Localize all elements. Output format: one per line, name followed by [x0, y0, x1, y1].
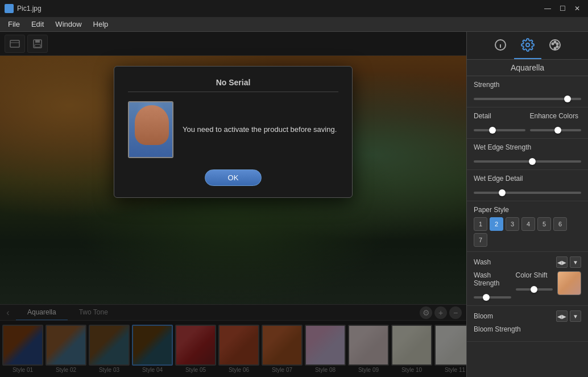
wash-row: Wash ◀▶ ▼: [474, 256, 581, 268]
modal-image-face: [135, 105, 169, 145]
color-swatch[interactable]: [557, 271, 581, 295]
detail-enhance-row: Detail Enhance Colors: [474, 112, 581, 134]
bloom-label: Bloom: [474, 312, 493, 320]
modal-ok-button[interactable]: OK: [205, 169, 262, 186]
wet-edge-detail-slider[interactable]: [474, 192, 581, 194]
panel-icons: [467, 32, 588, 60]
modal-image: [128, 101, 173, 158]
paper-btn-3[interactable]: 3: [506, 217, 519, 231]
color-shift-label: Color Shift: [516, 271, 553, 279]
app-icon: [5, 4, 14, 13]
detail-slider[interactable]: [474, 129, 525, 131]
wash-controls: ◀▶ ▼: [556, 256, 581, 268]
close-button[interactable]: ✕: [571, 3, 583, 14]
svg-point-12: [556, 43, 558, 45]
strength-section: Strength: [467, 76, 588, 107]
menu-file[interactable]: File: [2, 19, 26, 30]
enhance-col: Enhance Colors: [530, 112, 582, 134]
bloom-row: Bloom ◀▶ ▼: [474, 310, 581, 322]
wet-edge-strength-label: Wet Edge Strength: [474, 143, 581, 151]
panel-palette-btn[interactable]: [541, 32, 569, 59]
detail-label: Detail: [474, 112, 525, 120]
panel-info-btn[interactable]: [487, 32, 514, 59]
color-shift-slider[interactable]: [516, 288, 553, 291]
paper-btn-4[interactable]: 4: [521, 217, 535, 231]
detail-col: Detail: [474, 112, 525, 134]
wet-edge-strength-section: Wet Edge Strength: [467, 139, 588, 170]
main-area: ‹ Aquarella Two Tone ⚙ + − Style 01 Styl…: [0, 32, 588, 377]
wet-edge-strength-slider[interactable]: [474, 160, 581, 163]
panel-settings-btn[interactable]: [514, 32, 541, 59]
menu-edit[interactable]: Edit: [26, 19, 49, 30]
svg-point-13: [556, 46, 558, 48]
paper-btn-2[interactable]: 2: [490, 217, 503, 231]
svg-point-14: [554, 48, 556, 49]
info-icon: [494, 38, 507, 52]
strength-label: Strength: [474, 81, 581, 89]
wash-strength-col: Wash Strength: [474, 271, 511, 301]
modal-dialog: No Serial You need to activate the produ…: [114, 66, 353, 198]
wash-label: Wash: [474, 258, 491, 266]
wash-prev-btn[interactable]: ◀▶: [556, 256, 568, 268]
bloom-strength-label: Bloom Strength: [474, 325, 581, 333]
svg-point-10: [552, 43, 553, 45]
wash-sliders-row: Wash Strength Color Shift: [474, 271, 581, 301]
paper-style-section: Paper Style 1 2 3 4 5 6 7: [467, 201, 588, 252]
menu-window[interactable]: Window: [49, 19, 87, 30]
wet-edge-detail-label: Wet Edge Detail: [474, 175, 581, 183]
window-controls: — ☐ ✕: [541, 3, 583, 14]
paper-style-label: Paper Style: [474, 206, 581, 214]
bloom-section: Bloom ◀▶ ▼ Bloom Strength: [467, 306, 588, 342]
settings-icon: [521, 38, 535, 52]
modal-title: No Serial: [128, 78, 338, 92]
bloom-controls: ◀▶ ▼: [556, 310, 581, 322]
color-shift-col: Color Shift: [516, 271, 553, 293]
paper-btn-5[interactable]: 5: [537, 217, 551, 231]
panel-title: Aquarella: [467, 60, 588, 76]
bloom-prev-btn[interactable]: ◀▶: [556, 310, 568, 322]
wash-section: Wash ◀▶ ▼ Wash Strength Color Shift: [467, 252, 588, 306]
modal-footer: OK: [128, 169, 338, 186]
paper-btn-7[interactable]: 7: [474, 233, 487, 247]
paper-style-buttons: 1 2 3 4 5 6 7: [474, 217, 581, 247]
maximize-button[interactable]: ☐: [556, 3, 569, 14]
enhance-colors-label: Enhance Colors: [530, 112, 582, 120]
svg-point-11: [554, 42, 556, 43]
wash-toggle-btn[interactable]: ▼: [570, 256, 581, 268]
enhance-colors-slider[interactable]: [530, 129, 582, 131]
strength-slider[interactable]: [474, 98, 581, 100]
canvas-area: ‹ Aquarella Two Tone ⚙ + − Style 01 Styl…: [0, 32, 466, 377]
wash-strength-label: Wash Strength: [474, 271, 511, 287]
modal-overlay: No Serial You need to activate the produ…: [0, 32, 466, 377]
wash-strength-slider[interactable]: [474, 296, 511, 299]
title-bar: Pic1.jpg — ☐ ✕: [0, 0, 588, 17]
paper-btn-1[interactable]: 1: [474, 217, 487, 231]
right-panel: Aquarella Strength Detail Enhance Colors…: [466, 32, 588, 377]
detail-enhance-section: Detail Enhance Colors: [467, 107, 588, 139]
paper-btn-6[interactable]: 6: [553, 217, 567, 231]
modal-message: You need to activate the product before …: [183, 124, 337, 135]
bloom-toggle-btn[interactable]: ▼: [570, 310, 581, 322]
wet-edge-detail-section: Wet Edge Detail: [467, 170, 588, 201]
menu-bar: File Edit Window Help: [0, 17, 588, 32]
palette-icon: [548, 38, 562, 52]
svg-point-8: [526, 43, 529, 47]
menu-help[interactable]: Help: [88, 19, 114, 30]
minimize-button[interactable]: —: [541, 3, 554, 14]
modal-body: You need to activate the product before …: [128, 101, 338, 158]
window-title: Pic1.jpg: [17, 5, 541, 13]
